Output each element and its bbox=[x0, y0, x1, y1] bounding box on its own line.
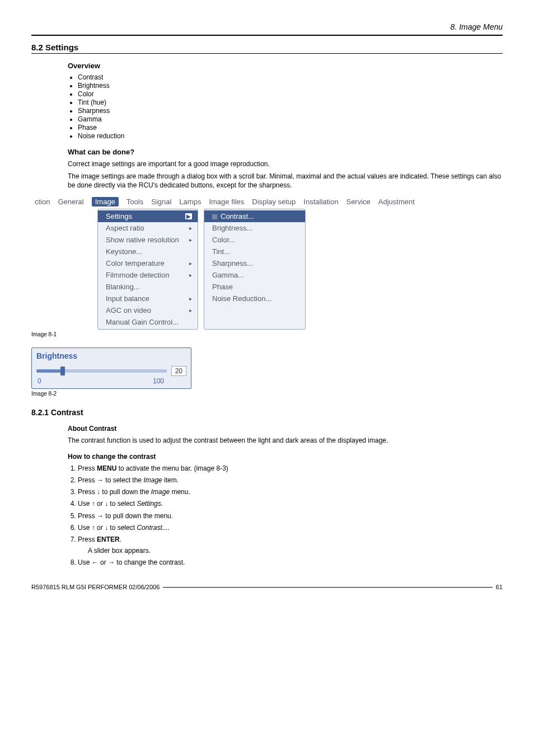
step-text: Press → to select the bbox=[78, 476, 143, 484]
page-number: 61 bbox=[496, 584, 503, 590]
menubar-item[interactable]: Adjustment bbox=[378, 198, 415, 206]
list-item: Sharpness bbox=[78, 107, 503, 115]
submenu-item-label: Gamma... bbox=[212, 271, 244, 279]
submenu-item-label: Tint... bbox=[212, 247, 230, 256]
list-item: Tint (hue) bbox=[78, 98, 503, 106]
step-note: A slider box appears. bbox=[88, 546, 503, 555]
slider-value: 20 bbox=[171, 366, 186, 376]
step-text: menu. bbox=[170, 488, 190, 496]
dropdown-item-label: Blanking... bbox=[106, 283, 140, 291]
brightness-slider-dialog: Brightness 20 0 100 bbox=[31, 348, 191, 389]
menubar-item[interactable]: Lamps bbox=[179, 198, 201, 206]
section-title: 8.2 Settings bbox=[31, 43, 503, 52]
figure-caption: Image 8-1 bbox=[31, 331, 503, 337]
dropdown-item[interactable]: AGC on video▸ bbox=[98, 304, 198, 316]
what-heading: What can be done? bbox=[68, 148, 503, 156]
dropdown-item-settings[interactable]: Settings▶ bbox=[98, 210, 198, 222]
list-item: Noise reduction bbox=[78, 132, 503, 140]
step-emph: Contrast... bbox=[137, 524, 167, 532]
slider-title: Brightness bbox=[36, 351, 186, 360]
dropdown-item[interactable]: Filmmode detection▸ bbox=[98, 269, 198, 281]
slider-min: 0 bbox=[38, 377, 41, 385]
dropdown-item-label: Show native resolution bbox=[106, 236, 179, 244]
step-text: Use ↑ or ↓ to select bbox=[78, 500, 137, 508]
dropdown-item-label: Filmmode detection bbox=[106, 271, 169, 279]
dropdown-item[interactable]: Show native resolution▸ bbox=[98, 234, 198, 246]
chevron-right-icon: ▶ bbox=[185, 213, 192, 219]
step-text: . bbox=[120, 536, 121, 543]
dropdown-item[interactable]: Blanking... bbox=[98, 281, 198, 293]
menubar-item[interactable]: Image files bbox=[209, 198, 244, 206]
submenu-item-contrast[interactable]: Contrast... bbox=[204, 210, 305, 222]
step: Use ← or → to change the contrast. bbox=[78, 558, 503, 567]
menubar-item[interactable]: Display setup bbox=[252, 198, 296, 206]
dropdown-item-label: Manual Gain Control... bbox=[106, 318, 179, 326]
dropdown-item-label: Aspect ratio bbox=[106, 224, 144, 232]
step-text: Press bbox=[78, 464, 97, 472]
subsection-title: 8.2.1 Contrast bbox=[31, 408, 503, 417]
submenu-item-label: Brightness... bbox=[212, 224, 252, 232]
submenu-item[interactable]: Noise Reduction... bbox=[204, 293, 305, 304]
dropdown-item[interactable]: Color temperature▸ bbox=[98, 257, 198, 269]
step-text: Use ↑ or ↓ to select bbox=[78, 524, 137, 532]
dropdown-item-label: Input balance bbox=[106, 294, 149, 303]
step-key: ENTER bbox=[97, 536, 120, 543]
list-item: Brightness bbox=[78, 82, 503, 90]
submenu-item[interactable]: Color... bbox=[204, 234, 305, 246]
step-emph: Settings bbox=[137, 500, 161, 508]
chevron-right-icon: ▸ bbox=[189, 272, 192, 278]
step-text: . bbox=[161, 500, 163, 508]
step-emph: Image bbox=[143, 476, 162, 484]
step-text: to activate the menu bar. (image 8-3) bbox=[116, 464, 228, 472]
chevron-right-icon: ▸ bbox=[189, 237, 192, 243]
steps-list: Press MENU to activate the menu bar. (im… bbox=[68, 464, 503, 567]
step: Use ↑ or ↓ to select Settings. bbox=[78, 499, 503, 508]
list-item: Gamma bbox=[78, 115, 503, 123]
list-item: Phase bbox=[78, 124, 503, 132]
submenu-item-label: Sharpness... bbox=[212, 259, 253, 267]
menubar-item[interactable]: Signal bbox=[151, 198, 171, 206]
submenu-item[interactable]: Gamma... bbox=[204, 269, 305, 281]
dropdown-item[interactable]: Keystone... bbox=[98, 246, 198, 257]
menu-figure: ction General Image Tools Signal Lamps I… bbox=[31, 197, 485, 330]
menubar-item[interactable]: Tools bbox=[127, 198, 143, 206]
step-text: . bbox=[168, 524, 170, 532]
step: Press → to select the Image item. bbox=[78, 476, 503, 485]
slider-track[interactable] bbox=[36, 369, 167, 373]
menubar-item[interactable]: Service bbox=[346, 198, 370, 206]
submenu-item-label: Color... bbox=[212, 236, 235, 244]
overview-heading: Overview bbox=[68, 62, 503, 70]
submenu-item[interactable]: Phase bbox=[204, 281, 305, 293]
step-emph: Image bbox=[151, 488, 170, 496]
step: Press → to pull down the menu. bbox=[78, 511, 503, 520]
submenu-item[interactable]: Tint... bbox=[204, 246, 305, 257]
submenu-item[interactable]: Brightness... bbox=[204, 222, 305, 234]
submenu-item[interactable]: Sharpness... bbox=[204, 257, 305, 269]
dropdown-item[interactable]: Manual Gain Control... bbox=[98, 316, 198, 328]
step: Press MENU to activate the menu bar. (im… bbox=[78, 464, 503, 473]
chevron-right-icon: ▸ bbox=[189, 225, 192, 231]
paragraph: The contrast function is used to adjust … bbox=[68, 436, 503, 445]
dropdown-item-label: Keystone... bbox=[106, 247, 142, 256]
submenu-item-label: Phase bbox=[212, 283, 233, 291]
page-header-chapter: 8. Image Menu bbox=[31, 22, 503, 31]
dropdown-item[interactable]: Input balance▸ bbox=[98, 293, 198, 304]
step-key: MENU bbox=[97, 464, 116, 472]
howto-heading: How to change the contrast bbox=[68, 453, 503, 461]
overview-list: Contrast Brightness Color Tint (hue) Sha… bbox=[68, 73, 503, 140]
menubar-item[interactable]: ction bbox=[35, 198, 50, 206]
section-rule bbox=[31, 53, 503, 54]
footer-doc-id: R5976815 RLM G5I PERFORMER 02/06/2006 bbox=[31, 584, 160, 590]
submenu-item-label: Contrast... bbox=[221, 212, 254, 220]
chevron-right-icon: ▸ bbox=[189, 260, 192, 266]
dropdown-item[interactable]: Aspect ratio▸ bbox=[98, 222, 198, 234]
paragraph: The image settings are made through a di… bbox=[68, 172, 503, 190]
step: Use ↑ or ↓ to select Contrast.... bbox=[78, 523, 503, 532]
header-rule bbox=[31, 35, 503, 36]
page-footer: R5976815 RLM G5I PERFORMER 02/06/2006 61 bbox=[31, 584, 503, 590]
menubar-item-active[interactable]: Image bbox=[92, 197, 119, 206]
menubar-item[interactable]: Installation bbox=[303, 198, 338, 206]
slider-max: 100 bbox=[153, 377, 164, 385]
menubar-item[interactable]: General bbox=[58, 198, 83, 206]
slider-thumb[interactable] bbox=[60, 367, 65, 375]
